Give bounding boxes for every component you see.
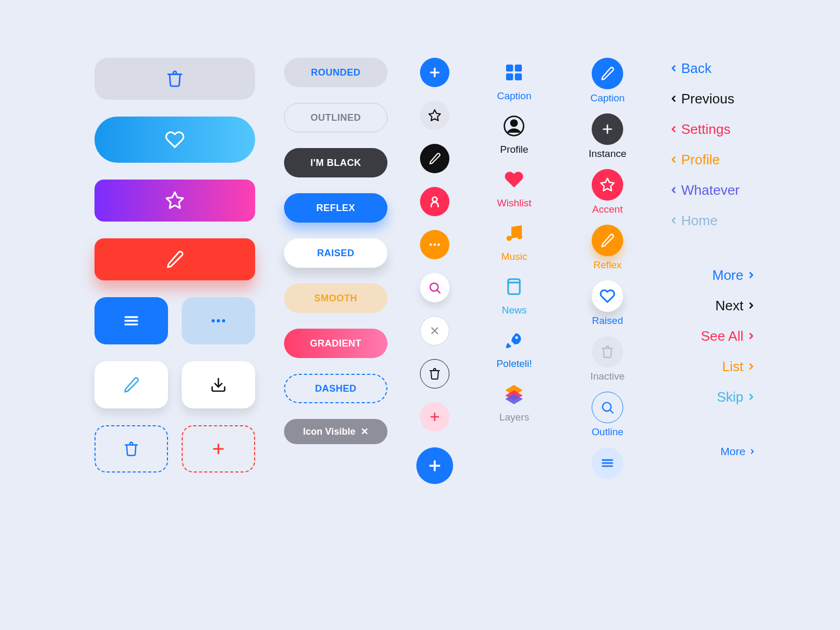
list-link[interactable]: List: [669, 356, 756, 377]
home-link[interactable]: Home: [669, 210, 756, 231]
add-smooth-circle-button[interactable]: [420, 402, 449, 432]
column-large-icon-buttons: [94, 58, 255, 472]
edit-circle-button[interactable]: [420, 144, 449, 173]
chevron-right-icon: [747, 390, 756, 404]
user-circle-button[interactable]: [420, 187, 449, 216]
favorite-button[interactable]: [94, 180, 255, 222]
accent-circle[interactable]: Accent: [592, 169, 623, 215]
news-icon: [504, 277, 524, 297]
close-icon: [429, 325, 440, 337]
layers-stack[interactable]: Layers: [499, 379, 529, 423]
wishlist-stack[interactable]: Wishlist: [497, 165, 531, 209]
circle-label: Raised: [592, 315, 623, 327]
more-horizontal-icon: [209, 312, 227, 330]
star-circle-button[interactable]: [420, 101, 449, 130]
outlined-button[interactable]: OUTLINED: [284, 103, 387, 132]
chevron-right-icon: [747, 298, 756, 313]
smooth-button[interactable]: SMOOTH: [284, 284, 387, 313]
see-all-link[interactable]: See All: [669, 326, 756, 346]
news-stack[interactable]: News: [499, 272, 529, 316]
nav-label: List: [722, 359, 743, 375]
next-link[interactable]: Next: [669, 295, 756, 316]
nav-label: More: [720, 445, 746, 458]
poleteli-stack[interactable]: Poleteli!: [497, 326, 532, 370]
plus-icon: [601, 122, 614, 136]
skip-link[interactable]: Skip: [669, 386, 756, 407]
like-button[interactable]: [94, 117, 255, 163]
search-circle-button[interactable]: [420, 273, 449, 302]
more-link-small[interactable]: More: [669, 441, 756, 462]
svg-rect-27: [506, 74, 513, 80]
search-icon: [600, 400, 615, 415]
gradient-button[interactable]: GRADIENT: [284, 329, 387, 358]
reflex-button[interactable]: REFLEX: [284, 193, 387, 223]
music-stack[interactable]: Music: [499, 218, 529, 262]
chevron-left-icon: [669, 183, 678, 197]
chevron-left-icon: [669, 61, 678, 76]
icon-visible-chip[interactable]: Icon Visible ✕: [284, 419, 387, 444]
circle-label: Reflex: [593, 259, 622, 271]
add-dashed-button[interactable]: [182, 425, 255, 472]
column-nav-links: Back Previous Settings Profile Whatever …: [669, 58, 756, 462]
previous-link[interactable]: Previous: [669, 88, 756, 109]
add-fab-button[interactable]: [416, 447, 453, 484]
delete-circle-button[interactable]: [420, 359, 449, 388]
user-icon: [428, 195, 442, 208]
black-button[interactable]: I'M BLACK: [284, 148, 387, 177]
nav-label: Whatever: [681, 182, 740, 198]
edit-button[interactable]: [94, 238, 255, 280]
plus-icon: [428, 66, 442, 79]
instance-circle[interactable]: Instance: [589, 113, 626, 160]
more-circle-button[interactable]: [420, 230, 449, 259]
chevron-left-icon: [669, 213, 678, 228]
circle-label: Inactive: [590, 371, 624, 382]
raised-button[interactable]: RAISED: [284, 238, 387, 268]
menu-circle[interactable]: [592, 447, 623, 479]
svg-point-4: [212, 319, 215, 322]
circle-label: Caption: [590, 92, 625, 104]
close-circle-button[interactable]: [420, 316, 449, 345]
svg-point-13: [433, 197, 437, 202]
raised-circle[interactable]: Raised: [592, 280, 623, 327]
back-link[interactable]: Back: [669, 58, 756, 79]
dashed-button[interactable]: DASHED: [284, 374, 387, 403]
more-horizontal-icon: [428, 238, 442, 251]
more-button[interactable]: [182, 297, 255, 344]
download-card-button[interactable]: [182, 361, 255, 408]
stack-label: Poleteli!: [497, 358, 532, 370]
nav-label: Profile: [681, 152, 720, 168]
trash-icon: [166, 70, 184, 88]
heart-icon: [503, 169, 524, 190]
rounded-button[interactable]: ROUNDED: [284, 58, 387, 87]
svg-point-35: [516, 337, 518, 339]
outline-circle[interactable]: Outline: [592, 392, 623, 438]
caption-circle[interactable]: Caption: [590, 58, 625, 104]
stack-label: Profile: [500, 144, 529, 155]
inactive-circle[interactable]: Inactive: [590, 336, 624, 382]
profile-stack[interactable]: Profile: [499, 111, 529, 155]
svg-point-31: [507, 236, 512, 241]
more-link[interactable]: More: [669, 265, 756, 286]
edit-card-button[interactable]: [94, 361, 168, 408]
svg-rect-28: [515, 74, 522, 80]
settings-link[interactable]: Settings: [669, 119, 756, 140]
profile-link[interactable]: Profile: [669, 149, 756, 170]
caption-stack[interactable]: Caption: [497, 58, 532, 102]
heart-icon: [165, 130, 185, 150]
svg-point-32: [517, 234, 522, 239]
layers-icon: [503, 383, 524, 404]
music-icon: [503, 223, 524, 244]
reflex-circle[interactable]: Reflex: [592, 225, 623, 271]
rocket-icon: [503, 330, 524, 351]
profile-icon: [502, 114, 526, 138]
heart-icon: [600, 288, 615, 304]
delete-button[interactable]: [94, 58, 255, 100]
svg-point-30: [510, 119, 518, 127]
menu-button[interactable]: [94, 297, 168, 344]
svg-marker-0: [166, 192, 183, 208]
whatever-link[interactable]: Whatever: [669, 180, 756, 201]
delete-dashed-button[interactable]: [94, 425, 168, 472]
chevron-right-icon: [749, 446, 756, 457]
add-circle-button[interactable]: [420, 58, 449, 87]
chevron-right-icon: [747, 359, 756, 374]
